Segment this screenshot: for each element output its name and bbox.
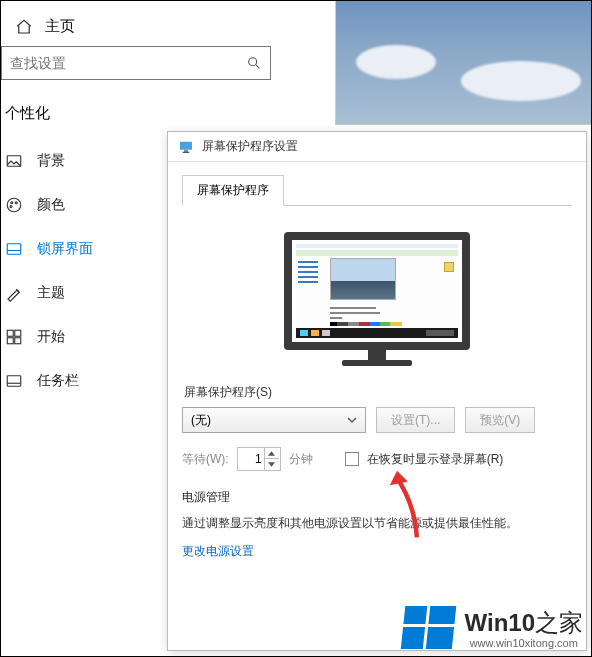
minutes-label: 分钟: [289, 451, 313, 468]
svg-point-5: [10, 206, 12, 208]
resume-checkbox-label: 在恢复时显示登录屏幕(R): [367, 451, 504, 468]
svg-rect-11: [7, 376, 21, 387]
home-label: 主页: [45, 17, 75, 36]
lockscreen-preview: [335, 1, 591, 125]
monitor-icon: [178, 139, 194, 155]
search-icon: [246, 55, 262, 71]
spinner-up[interactable]: [265, 448, 279, 459]
wait-spinner[interactable]: [237, 447, 281, 471]
svg-point-0: [249, 58, 257, 66]
chevron-down-icon: [347, 415, 357, 425]
svg-rect-7: [7, 330, 13, 336]
sidebar-item-label: 背景: [37, 152, 65, 170]
screensaver-label: 屏幕保护程序(S): [184, 384, 572, 401]
power-description: 通过调整显示亮度和其他电源设置以节省能源或提供最佳性能。: [182, 514, 572, 533]
svg-rect-9: [7, 338, 13, 344]
screensaver-dialog: 屏幕保护程序设置 屏幕保护程序: [167, 131, 587, 651]
svg-rect-6: [7, 244, 21, 255]
monitor-preview: [284, 232, 470, 366]
wait-input[interactable]: [238, 452, 264, 466]
tabstrip: 屏幕保护程序: [182, 174, 572, 206]
dialog-titlebar[interactable]: 屏幕保护程序设置: [168, 132, 586, 162]
svg-rect-12: [180, 141, 192, 149]
lockscreen-icon: [5, 240, 23, 258]
power-settings-link[interactable]: 更改电源设置: [182, 544, 254, 558]
svg-point-4: [15, 202, 17, 204]
chevron-up-icon: [268, 451, 275, 456]
home-icon: [15, 18, 33, 36]
svg-rect-10: [15, 338, 21, 344]
theme-icon: [5, 284, 23, 302]
svg-rect-14: [183, 151, 190, 152]
screensaver-select[interactable]: (无): [182, 407, 366, 433]
home-link[interactable]: 主页: [1, 1, 341, 46]
dialog-title: 屏幕保护程序设置: [202, 138, 298, 155]
wait-label: 等待(W):: [182, 451, 229, 468]
search-box[interactable]: [1, 46, 271, 80]
sidebar-item-label: 锁屏界面: [37, 240, 93, 258]
preview-button-label: 预览(V): [480, 413, 520, 427]
tab-screensaver[interactable]: 屏幕保护程序: [182, 175, 284, 206]
preview-button[interactable]: 预览(V): [465, 407, 535, 433]
power-header: 电源管理: [182, 489, 572, 506]
search-input[interactable]: [10, 55, 246, 71]
svg-point-3: [11, 202, 13, 204]
settings-button[interactable]: 设置(T)...: [376, 407, 455, 433]
svg-rect-8: [15, 330, 21, 336]
sidebar-item-label: 颜色: [37, 196, 65, 214]
screensaver-select-value: (无): [191, 412, 211, 429]
tab-label: 屏幕保护程序: [197, 183, 269, 197]
palette-icon: [5, 196, 23, 214]
picture-icon: [5, 152, 23, 170]
chevron-down-icon: [268, 462, 275, 467]
start-icon: [5, 328, 23, 346]
spinner-down[interactable]: [265, 459, 279, 470]
sidebar-item-label: 任务栏: [37, 372, 79, 390]
taskbar-icon: [5, 372, 23, 390]
settings-button-label: 设置(T)...: [391, 413, 440, 427]
resume-checkbox[interactable]: [345, 452, 359, 466]
svg-point-2: [7, 198, 21, 212]
sidebar-item-label: 主题: [37, 284, 65, 302]
svg-rect-13: [184, 150, 188, 151]
sidebar-item-label: 开始: [37, 328, 65, 346]
